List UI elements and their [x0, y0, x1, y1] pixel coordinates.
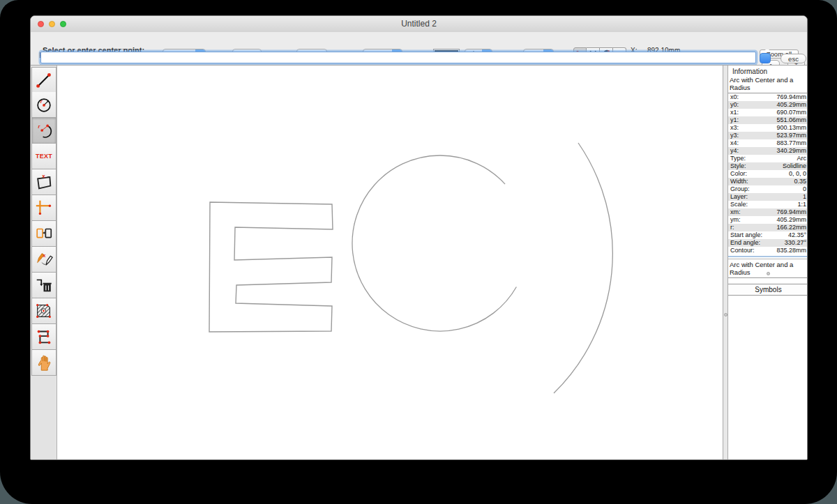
window-title: Untitled 2 — [31, 19, 807, 29]
tool-line[interactable] — [31, 67, 56, 93]
arc-radius-icon: r — [34, 120, 54, 141]
tool-hatch[interactable] — [31, 298, 56, 324]
command-input[interactable] — [40, 52, 756, 63]
info-row: r:166.22mm — [728, 224, 808, 231]
right-arc-shape — [554, 143, 612, 393]
info-header: Information — [728, 66, 808, 75]
drawing-canvas[interactable] — [57, 66, 723, 460]
quad-dimension-icon: x — [34, 171, 54, 192]
c-arc-shape — [352, 155, 516, 331]
info-row: Layer:1 — [728, 193, 808, 201]
panel-splitter[interactable] — [723, 66, 728, 459]
info-row: ym:405.29mm — [728, 216, 808, 224]
esc-button[interactable]: esc — [781, 54, 806, 63]
info-row: y3:523.97mm — [728, 132, 808, 139]
tool-copy[interactable] — [31, 221, 56, 247]
title-bar[interactable]: Untitled 2 — [31, 16, 807, 33]
tool-polyline[interactable] — [31, 324, 56, 350]
tool-arc-radius[interactable]: r — [31, 118, 56, 144]
tool-circle-radius[interactable]: r — [31, 92, 56, 118]
section-splitter-knob[interactable] — [767, 272, 770, 275]
info-row: x0:769.94mm — [728, 93, 808, 101]
tool-delete[interactable] — [31, 273, 56, 298]
tool-quad-dimension[interactable]: x — [31, 169, 56, 195]
svg-text:x: x — [42, 173, 45, 179]
info-row: Group:0 — [728, 185, 808, 193]
info-divider — [728, 256, 808, 257]
polyline-icon — [34, 326, 54, 347]
info-row: x4:883.77mm — [728, 139, 808, 147]
svg-text:r: r — [38, 123, 41, 130]
tool-pan-hand[interactable] — [31, 350, 56, 376]
copy-icon — [34, 223, 54, 244]
info-row: y4:340.29mm — [728, 147, 808, 155]
information-panel: Information Arc with Center and a Radius… — [728, 66, 808, 459]
info-row: End angle:330.27° — [728, 239, 808, 247]
info-rows: x0:769.94mmy0:405.29mmx1:690.07mmy1:551.… — [728, 93, 808, 254]
info-row: x3:900.13mm — [728, 124, 808, 132]
info-row: y0:405.29mm — [728, 101, 808, 109]
info-row: Scale:1:1 — [728, 201, 808, 208]
tool-edit-pen[interactable]: x — [31, 247, 56, 273]
hatch-icon — [34, 300, 54, 321]
tool-text[interactable]: TEXT — [31, 144, 56, 169]
circle-radius-icon: r — [34, 94, 54, 115]
info-row: Color:0, 0, 0 — [728, 170, 808, 178]
text-tool-label: TEXT — [36, 153, 52, 160]
command-stepper[interactable] — [760, 53, 771, 63]
splitter-knob[interactable] — [724, 313, 727, 316]
info-row: Width:0.35 — [728, 178, 808, 185]
hand-icon — [34, 352, 54, 373]
tool-point-cross[interactable] — [31, 195, 56, 221]
svg-text:x: x — [43, 252, 46, 259]
symbols-header[interactable]: Symbols — [728, 284, 808, 296]
info-row: Start angle:42.35° — [728, 231, 808, 239]
info-row: Contour:835.28mm — [728, 247, 808, 254]
info-row: y1:551.06mm — [728, 116, 808, 124]
letter-e-shape — [209, 202, 333, 332]
edit-pen-icon: x — [34, 249, 54, 270]
main-area: r r TEXT x — [31, 65, 807, 459]
app-window: Untitled 2 Pen: 1 Width: 0.35 Style: — S… — [30, 15, 808, 460]
info-row: xm:769.94mm — [728, 208, 808, 216]
line-icon — [34, 70, 54, 91]
delete-trash-icon — [34, 275, 54, 296]
tool-palette: r r TEXT x — [31, 66, 57, 459]
info-row: x1:690.07mm — [728, 109, 808, 116]
info-subheader: Arc with Center and a Radius — [728, 75, 808, 93]
point-cross-icon — [34, 197, 54, 218]
info-row: Style:Solidline — [728, 162, 808, 170]
info-row: Type:Arc — [728, 155, 808, 162]
